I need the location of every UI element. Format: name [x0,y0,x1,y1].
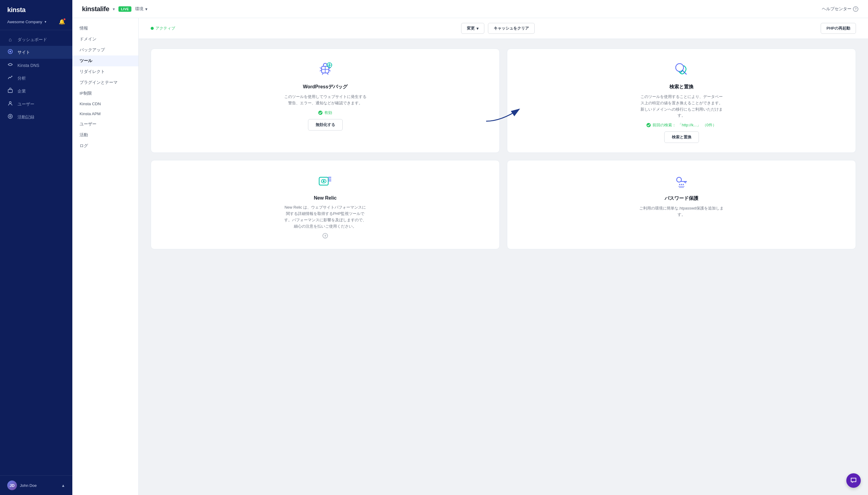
help-icon: ? [853,6,858,12]
wp-debug-icon-wrapper [314,58,336,80]
main-content: kinstalife ▾ LIVE 環境 ▾ ヘルプセンター ? 情報 ドメイン… [72,0,868,495]
sub-nav-logs[interactable]: ログ [72,140,138,151]
sidebar-item-activity[interactable]: 活動記録 [0,110,72,124]
sidebar-item-label: 分析 [17,76,26,81]
sub-nav: 情報 ドメイン バックアップ ツール リダイレクト プラグインとテーマ IP制限… [72,18,139,495]
env-badge: LIVE [119,6,131,12]
sidebar-item-users[interactable]: ユーザー [0,98,72,110]
expand-icon: ▲ [61,483,65,488]
wp-debug-desc: このツールを使用してウェブサイトに発生する警告、エラー、通知などが確認できます。 [283,94,367,106]
search-replace-button[interactable]: 検索と置換 [664,132,699,143]
sidebar-item-label: サイト [17,50,30,55]
sidebar-item-label: ダッシュボード [17,37,47,42]
new-relic-icon [315,171,335,190]
search-replace-icon-wrapper [671,58,692,80]
password-protect-icon-wrapper [671,170,692,192]
restart-php-button[interactable]: PHPの再起動 [821,23,856,34]
new-relic-card: New Relic New Relic は、ウェブサイトパフォーマンスに関する詳… [151,160,500,249]
topbar-right: ヘルプセンター ? [822,6,858,12]
sub-nav-domain[interactable]: ドメイン [72,34,138,45]
sub-nav-tools[interactable]: ツール [72,55,138,66]
prev-search-count: （0件） [702,122,716,128]
content-area: アクティブ 変更 ▾ キャッシュをクリア PHPの再起動 [139,18,868,495]
users-icon [7,101,13,108]
svg-rect-2 [8,89,12,92]
new-relic-title: New Relic [314,195,337,201]
sidebar-company-area: Awesome Company ▾ 🔔 [0,17,72,30]
sidebar-logo-area: kinsta [0,0,72,17]
sub-nav-ip-restriction[interactable]: IP制限 [72,88,138,99]
sub-nav-backup[interactable]: バックアップ [72,45,138,55]
sub-nav-info[interactable]: 情報 [72,23,138,34]
wp-debug-status-text: 有効 [324,110,332,116]
password-protect-card: パスワード保護 ご利用の環境に簡単な.htpasswd保護を追加します。 [507,160,856,249]
site-chevron-button[interactable]: ▾ [113,7,115,12]
sub-nav-activity[interactable]: 活動 [72,130,138,140]
sidebar-item-kinsta-dns[interactable]: Kinsta DNS [0,59,72,72]
sidebar-nav: ⌂ ダッシュボード サイト Kinsta DNS 分析 企業 [0,30,72,475]
env-selector[interactable]: 環境 ▾ [135,6,147,12]
search-replace-title: 検索と置換 [670,84,694,90]
change-chevron-icon: ▾ [476,26,479,31]
svg-point-15 [646,123,651,127]
svg-point-3 [9,102,11,103]
user-name: John Doe [20,483,37,488]
page-body: 情報 ドメイン バックアップ ツール リダイレクト プラグインとテーマ IP制限… [72,18,868,495]
svg-point-19 [323,180,325,182]
search-replace-card: 検索と置換 このツールを使用することにより、データベース上の特定の値を置き換える… [507,49,856,153]
svg-point-5 [10,116,11,117]
sidebar-item-analytics[interactable]: 分析 [0,72,72,85]
company-selector[interactable]: Awesome Company ▾ [7,20,47,24]
analytics-icon [7,75,13,82]
env-text: 環境 [135,6,143,12]
svg-point-30 [681,184,682,185]
chat-bubble[interactable] [846,473,861,488]
wp-debug-icon [315,60,335,79]
user-info: JD John Doe [7,480,37,490]
wp-debug-status: 有効 [318,110,332,116]
sidebar-item-label: 企業 [17,89,26,94]
search-replace-desc: このツールを使用することにより、データベース上の特定の値を置き換えることができま… [639,94,724,119]
sidebar-item-sites[interactable]: サイト [0,46,72,59]
svg-point-4 [8,114,12,118]
new-relic-help-icon[interactable]: ? [323,233,328,239]
help-center-link[interactable]: ヘルプセンター ? [822,6,858,12]
notification-dot [63,18,66,20]
sidebar-item-dashboard[interactable]: ⌂ ダッシュボード [0,34,72,46]
wp-debug-disable-button[interactable]: 無効化する [308,119,343,131]
new-relic-icon-wrapper [314,170,336,192]
svg-point-31 [683,184,684,185]
change-button-label: 変更 [467,25,475,31]
sub-nav-redirect[interactable]: リダイレクト [72,66,138,77]
sidebar-item-label: 活動記録 [17,115,34,120]
password-protect-desc: ご利用の環境に簡単な.htpasswd保護を追加します。 [639,205,724,218]
sidebar-item-label: Kinsta DNS [17,63,39,68]
sub-nav-plugins-themes[interactable]: プラグインとテーマ [72,77,138,88]
sidebar-item-company[interactable]: 企業 [0,85,72,98]
avatar: JD [7,480,17,490]
top-action-bar: アクティブ 変更 ▾ キャッシュをクリア PHPの再起動 [139,18,868,39]
sidebar-item-label: ユーザー [17,102,34,107]
change-button[interactable]: 変更 ▾ [461,23,484,34]
sub-nav-kinsta-apm[interactable]: Kinsta APM [72,109,138,119]
sub-nav-users[interactable]: ユーザー [72,119,138,130]
home-icon: ⌂ [7,37,13,43]
svg-point-1 [9,51,11,52]
wp-debug-card: WordPressデバッグ このツールを使用してウェブサイトに発生する警告、エラ… [151,49,500,153]
user-profile[interactable]: JD John Doe ▲ [0,475,72,495]
topbar-left: kinstalife ▾ LIVE 環境 ▾ [82,5,147,13]
new-relic-desc: New Relic は、ウェブサイトパフォーマンスに関する詳細情報を取得するPH… [283,204,367,229]
prev-search-label: 前回の検索： [653,122,676,128]
site-status: アクティブ [151,25,175,31]
notification-bell[interactable]: 🔔 [59,19,65,25]
sub-nav-kinsta-cdn[interactable]: Kinsta CDN [72,99,138,109]
logo-text: kinsta [7,6,25,14]
svg-point-25 [677,177,681,182]
sidebar: kinsta Awesome Company ▾ 🔔 ⌂ ダッシュボード サイト… [0,0,72,495]
search-replace-button-label: 検索と置換 [672,135,691,139]
search-replace-prev-search: 前回の検索： 「http://k...」 （0件） [646,122,716,128]
activity-icon [7,114,13,121]
status-dot [151,27,154,30]
clear-cache-button[interactable]: キャッシュをクリア [488,23,535,34]
wp-debug-button-label: 無効化する [315,122,335,127]
